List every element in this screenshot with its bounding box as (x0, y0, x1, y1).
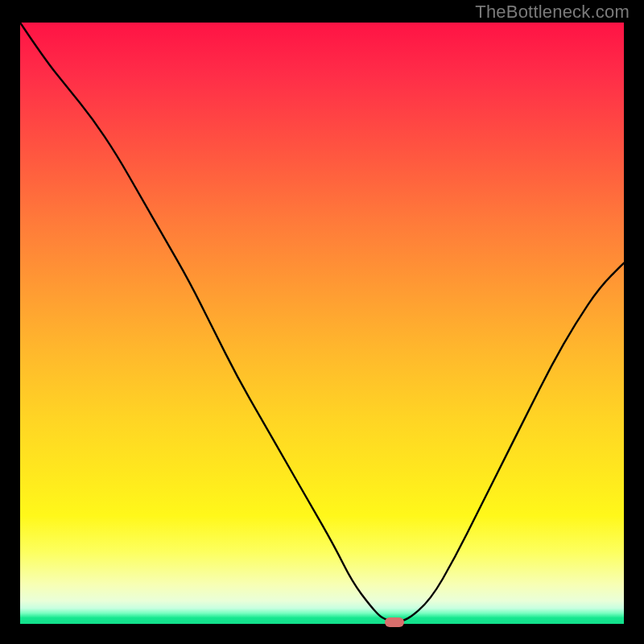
bottleneck-curve (20, 23, 624, 624)
plot-area (20, 23, 624, 624)
chart-frame: TheBottleneck.com (0, 0, 644, 644)
watermark-text: TheBottleneck.com (475, 2, 630, 23)
optimum-marker (385, 617, 404, 627)
